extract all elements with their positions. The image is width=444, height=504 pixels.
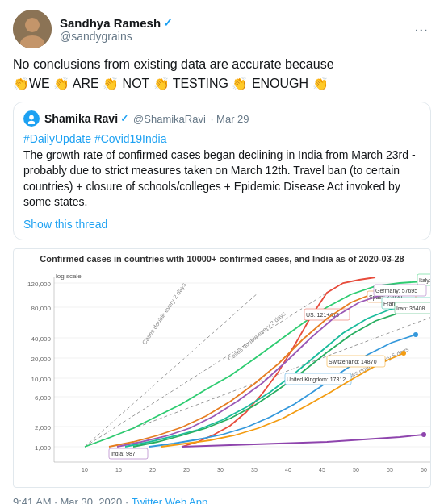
show-thread-link[interactable]: Show this thread: [23, 218, 107, 231]
svg-point-4: [29, 115, 34, 120]
avatar[interactable]: [13, 10, 52, 48]
tweet-header-left: Sandhya Ramesh ✓ @sandygrains: [13, 10, 173, 48]
svg-text:20,000: 20,000: [31, 356, 52, 363]
quote-avatar: [23, 110, 40, 127]
more-options-button[interactable]: ···: [411, 17, 431, 42]
svg-text:10: 10: [82, 467, 88, 473]
tweet-line2: 👏WE 👏 ARE 👏 NOT 👏 TESTING 👏 ENOUGH 👏: [13, 74, 431, 94]
chart-area: 120,000 80,000 40,000 20,000 10,000 6,00…: [14, 265, 430, 487]
hashtag2: #Covid19India: [94, 132, 167, 145]
tweet-footer: 9:41 AM · Mar 30, 2020 · Twitter Web App: [13, 496, 431, 504]
svg-text:6,000: 6,000: [35, 394, 52, 402]
quote-text: #DailyUpdate #Covid19India The growth ra…: [23, 131, 421, 210]
quote-author-name: Shamika Ravi: [44, 112, 118, 125]
quote-tweet[interactable]: Shamika Ravi ✓ @ShamikaRavi · Mar 29 #Da…: [13, 102, 431, 240]
tweet-timestamp: 9:41 AM · Mar 30, 2020: [13, 496, 122, 504]
svg-text:40,000: 40,000: [31, 335, 52, 343]
separator: ·: [125, 496, 128, 504]
tweet-card: Sandhya Ramesh ✓ @sandygrains ··· No con…: [0, 0, 444, 504]
svg-text:60: 60: [421, 467, 427, 473]
verified-icon: ✓: [163, 16, 173, 29]
quote-date: · Mar 29: [211, 113, 249, 125]
tweet-source-link[interactable]: Twitter Web App: [132, 496, 207, 504]
svg-text:15: 15: [115, 467, 122, 473]
chart-title: Confirmed cases in countries with 10000+…: [14, 249, 430, 265]
svg-text:25: 25: [183, 467, 190, 473]
svg-text:45: 45: [319, 467, 325, 473]
svg-text:40: 40: [285, 467, 291, 473]
svg-point-1: [25, 18, 40, 32]
quote-header: Shamika Ravi ✓ @ShamikaRavi · Mar 29: [23, 110, 421, 127]
svg-text:Switzerland: 14870: Switzerland: 14870: [329, 359, 377, 364]
svg-text:2,000: 2,000: [35, 424, 52, 431]
svg-text:Iran: 35408: Iran: 35408: [396, 306, 425, 311]
quote-display-name: Shamika Ravi ✓: [44, 112, 128, 125]
svg-text:50: 50: [353, 467, 359, 473]
user-info: Sandhya Ramesh ✓ @sandygrains: [60, 16, 173, 43]
svg-text:120,000: 120,000: [27, 281, 51, 288]
svg-point-67: [421, 432, 426, 437]
author-name: Sandhya Ramesh: [60, 16, 161, 30]
tweet-line1: No conclusions from existing data are ac…: [13, 55, 431, 74]
svg-text:1,000: 1,000: [35, 444, 52, 452]
svg-text:India: 987: India: 987: [111, 451, 136, 456]
svg-text:80,000: 80,000: [31, 305, 52, 312]
svg-point-64: [401, 351, 406, 356]
chart-svg: 120,000 80,000 40,000 20,000 10,000 6,00…: [20, 269, 431, 482]
svg-text:55: 55: [387, 467, 393, 473]
svg-text:Italy: 92472: Italy: 92472: [419, 277, 431, 284]
username: @sandygrains: [60, 30, 173, 43]
svg-text:10,000: 10,000: [31, 376, 52, 383]
tweet-text: No conclusions from existing data are ac…: [13, 55, 431, 94]
svg-text:Germany: 57695: Germany: 57695: [375, 288, 417, 294]
quote-verified-icon: ✓: [120, 113, 128, 124]
svg-point-61: [413, 332, 418, 337]
chart-container: Confirmed cases in countries with 10000+…: [13, 248, 431, 488]
svg-text:log scale: log scale: [56, 273, 82, 280]
svg-text:30: 30: [217, 467, 224, 473]
svg-text:20: 20: [149, 467, 156, 473]
tweet-header: Sandhya Ramesh ✓ @sandygrains ···: [13, 10, 431, 48]
quote-username: @ShamikaRavi: [133, 113, 206, 125]
hashtag1: #DailyUpdate: [23, 132, 91, 145]
svg-text:35: 35: [251, 467, 258, 473]
display-name[interactable]: Sandhya Ramesh ✓: [60, 16, 173, 30]
svg-text:United Kingdom: 17312: United Kingdom: 17312: [287, 377, 346, 383]
